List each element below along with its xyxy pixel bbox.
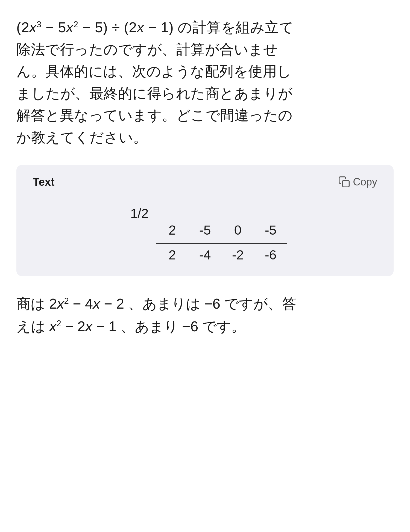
result-2: -4 — [189, 247, 221, 262]
code-box-label: Text — [33, 176, 54, 188]
coeff-4: -5 — [254, 223, 287, 238]
result-1: 2 — [156, 247, 189, 262]
coeff-2: -5 — [189, 223, 221, 238]
coefficients-row: 2 -5 0 -5 — [123, 223, 287, 238]
copy-button[interactable]: Copy — [338, 176, 377, 188]
divider — [33, 195, 377, 195]
synthetic-division: 1/2 2 -5 0 -5 2 -4 -2 -6 — [33, 206, 377, 262]
code-box: Text Copy 1/2 2 -5 0 -5 — [16, 165, 394, 276]
answer-text: 商は 2x2 − 4x − 2 、あまりは −6 ですが、答 えは x2 − 2… — [16, 292, 394, 338]
underline — [156, 243, 287, 244]
result-3: -2 — [221, 247, 254, 262]
divisor-value: 1/2 — [123, 206, 156, 221]
svg-rect-0 — [343, 181, 349, 187]
results-row: 2 -4 -2 -6 — [123, 247, 287, 262]
coeff-3: 0 — [221, 223, 254, 238]
copy-label: Copy — [353, 176, 377, 188]
copy-icon — [338, 176, 350, 188]
result-4: -6 — [254, 247, 287, 262]
question-text: (2x3 − 5x2 − 5) ÷ (2x − 1) の計算を組み立て 除法で行… — [16, 16, 394, 149]
coeff-1: 2 — [156, 223, 189, 238]
divisor-row: 1/2 — [123, 206, 287, 221]
